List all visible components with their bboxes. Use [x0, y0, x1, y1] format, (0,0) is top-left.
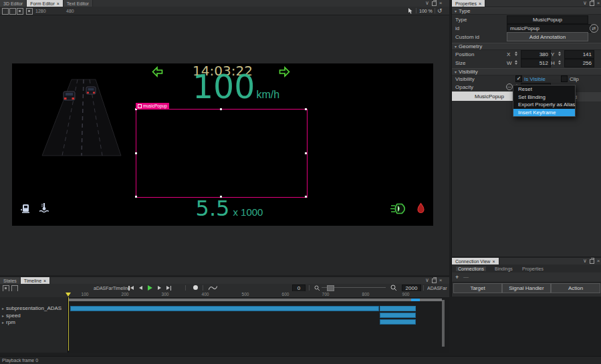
canvas-height-field[interactable]: 480 [66, 9, 74, 13]
tab-form-editor[interactable]: Form Editor× [27, 0, 64, 7]
close-icon[interactable]: × [597, 1, 600, 6]
close-icon[interactable]: × [439, 1, 443, 6]
close-icon[interactable]: × [492, 259, 495, 264]
x-field[interactable]: 380 [521, 50, 551, 59]
add-connection-icon[interactable]: + [455, 274, 459, 281]
subtab-connections[interactable]: Connections [456, 266, 486, 271]
section-visibility[interactable]: ▾Visibility [452, 68, 601, 75]
y-field[interactable]: 141 [564, 50, 594, 59]
zoom-out-icon[interactable] [314, 285, 320, 291]
action-indicator-icon[interactable]: — [506, 83, 513, 90]
no-snapping-icon[interactable] [2, 8, 9, 15]
x-stepper[interactable] [515, 51, 517, 56]
is-visible-checkbox[interactable]: ✓ [515, 75, 522, 82]
tab-text-editor[interactable]: Text Editor [64, 0, 93, 7]
record-icon[interactable] [193, 285, 198, 290]
signal-handler-column-button[interactable]: Signal Handler [502, 283, 551, 293]
expand-arrow-icon[interactable]: ▸ [2, 306, 4, 311]
y-stepper[interactable] [558, 51, 561, 56]
cursor-tool-icon[interactable] [408, 8, 413, 14]
resize-handle[interactable] [220, 108, 222, 110]
design-canvas[interactable]: 14:03:22 100 km/h musicPopup [12, 63, 433, 226]
is-visible-label[interactable]: Is Visible [524, 76, 546, 82]
section-type[interactable]: ▾Type [452, 7, 601, 15]
section-caret-icon[interactable]: ▾ [455, 9, 457, 13]
remove-connection-icon[interactable]: — [463, 274, 469, 280]
section-caret-icon[interactable]: ▾ [455, 70, 457, 74]
track-row-speed[interactable]: ▸speed [2, 313, 21, 319]
close-icon[interactable]: × [479, 1, 481, 6]
w-field[interactable]: 512 [521, 59, 551, 67]
section-geometry[interactable]: ▾Geometry [452, 43, 601, 50]
h-stepper[interactable] [558, 60, 561, 65]
subtab-properties[interactable]: Properties [522, 266, 544, 271]
float-window-icon[interactable] [432, 1, 437, 6]
action-column-button[interactable]: Action [551, 283, 600, 293]
close-icon[interactable]: × [57, 1, 59, 6]
zoom-level-field[interactable]: 100 % [419, 9, 433, 13]
timeline-bar-subpresentation-segment[interactable] [380, 306, 416, 311]
subtab-bindings[interactable]: Bindings [495, 266, 513, 271]
menu-item-insert-keyframe[interactable]: Insert Keyframe [513, 109, 575, 117]
track-row-subpresentation[interactable]: ▸subpresentation_ADAS [2, 305, 62, 311]
tab-properties[interactable]: Properties× [452, 0, 485, 7]
show-bounding-rect-icon[interactable] [26, 8, 33, 15]
skip-to-end-icon[interactable] [166, 286, 172, 291]
h-field[interactable]: 256 [564, 59, 594, 67]
close-icon[interactable]: × [597, 258, 600, 264]
canvas-width-field[interactable]: 1280 [35, 9, 46, 13]
export-id-icon[interactable]: ⇄ [590, 24, 598, 33]
tab-3d-editor[interactable]: 3D Editor [0, 0, 27, 7]
menu-item-export-alias[interactable]: Export Property as Alias [513, 101, 575, 109]
resize-handle[interactable] [135, 196, 137, 198]
tab-connection-view[interactable]: Connection View× [452, 258, 499, 264]
reset-zoom-icon[interactable]: ↺ [437, 7, 443, 14]
resize-handle[interactable] [135, 152, 137, 154]
animation-curve-picker-icon[interactable] [11, 285, 18, 291]
timeline-bar-subpresentation[interactable] [70, 306, 379, 311]
selection-label[interactable]: musicPopup [136, 103, 169, 109]
playhead-line[interactable] [68, 297, 69, 351]
clip-checkbox[interactable] [561, 75, 568, 82]
float-window-icon[interactable] [590, 259, 594, 264]
section-caret-icon[interactable]: ▾ [455, 45, 457, 49]
skip-to-start-icon[interactable] [128, 286, 134, 291]
chevron-down-icon[interactable]: ∨ [583, 1, 587, 6]
resize-handle[interactable] [305, 152, 307, 154]
clip-label[interactable]: Clip [570, 76, 579, 82]
timeline-track-area[interactable]: ▸subpresentation_ADAS ▸speed ▸rpm [0, 297, 449, 353]
float-window-icon[interactable] [590, 1, 594, 6]
zoom-in-icon[interactable] [390, 285, 397, 291]
easing-curve-icon[interactable] [209, 285, 217, 291]
close-icon[interactable]: × [439, 278, 443, 283]
play-icon[interactable] [148, 285, 152, 291]
target-column-button[interactable]: Target [453, 283, 502, 293]
snapping-anchors-icon[interactable] [17, 8, 23, 15]
tab-timeline[interactable]: Timeline× [21, 277, 50, 284]
snapping-icon[interactable] [9, 8, 16, 15]
track-row-rpm[interactable]: ▸rpm [2, 319, 15, 325]
previous-frame-icon[interactable] [139, 286, 142, 290]
slider-handle[interactable] [327, 285, 334, 291]
w-stepper[interactable] [515, 60, 517, 65]
chevron-down-icon[interactable]: ∨ [425, 278, 429, 283]
float-window-icon[interactable] [432, 279, 437, 283]
add-annotation-button[interactable]: Add Annotation [507, 32, 588, 41]
expand-arrow-icon[interactable]: ▸ [2, 313, 4, 318]
timeline-bar-rpm[interactable] [380, 319, 416, 325]
close-icon[interactable]: × [43, 279, 46, 283]
chevron-down-icon[interactable]: ∨ [583, 258, 587, 264]
next-frame-icon[interactable] [158, 286, 161, 290]
timeline-bar-speed[interactable] [380, 313, 416, 318]
selection-rect[interactable] [136, 109, 308, 198]
expand-arrow-icon[interactable]: ▸ [2, 320, 4, 325]
timeline-zoom-slider[interactable] [322, 285, 386, 290]
resize-handle[interactable] [305, 108, 307, 110]
tab-states[interactable]: States [0, 277, 21, 284]
resize-handle[interactable] [305, 196, 307, 198]
timeline-horizontal-scrollbar[interactable] [69, 299, 442, 301]
playhead-marker[interactable] [66, 293, 71, 297]
type-combobox[interactable]: MusicPopup [507, 15, 588, 24]
timeline-vertical-scrollbar[interactable] [442, 300, 445, 347]
chevron-down-icon[interactable]: ∨ [425, 1, 429, 6]
